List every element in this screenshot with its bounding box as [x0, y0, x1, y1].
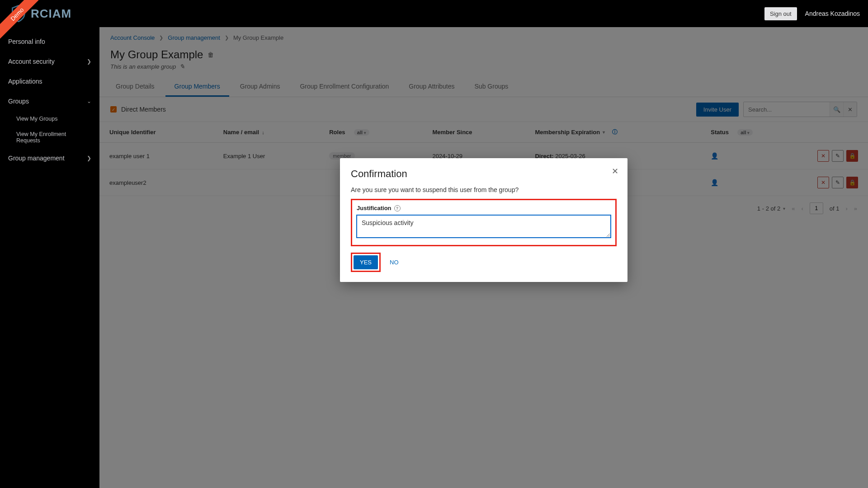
chevron-right-icon: ❯	[87, 155, 91, 161]
justification-label: Justification ?	[357, 205, 611, 211]
sidebar-sublabel: View My Enrollment Requests	[16, 131, 66, 144]
sign-out-button[interactable]: Sign out	[764, 7, 797, 20]
justification-input[interactable]	[357, 215, 611, 238]
modal-message: Are you sure you want to suspend this us…	[351, 186, 617, 193]
yes-highlight: YES	[351, 253, 381, 272]
justification-label-text: Justification	[357, 205, 392, 211]
confirmation-modal: ✕ Confirmation Are you sure you want to …	[340, 158, 627, 282]
modal-close-button[interactable]: ✕	[612, 166, 618, 176]
sidebar-item-groups[interactable]: Groups⌄	[0, 91, 99, 111]
chevron-right-icon: ❯	[87, 58, 91, 65]
chevron-down-icon: ⌄	[87, 98, 91, 104]
sidebar-item-group-management[interactable]: Group management❯	[0, 148, 99, 168]
justification-highlight: Justification ?	[351, 199, 617, 246]
sidebar-subitem-view-enrollment-requests[interactable]: View My Enrollment Requests	[0, 127, 99, 148]
sidebar: Personal info Account security❯ Applicat…	[0, 27, 99, 488]
confirm-yes-button[interactable]: YES	[354, 255, 378, 269]
main-area: Account Console ❯ Group management ❯ My …	[99, 27, 868, 488]
sidebar-label: Personal info	[8, 38, 45, 45]
sidebar-label: Groups	[8, 98, 29, 105]
modal-title: Confirmation	[351, 168, 617, 180]
sidebar-item-applications[interactable]: Applications	[0, 71, 99, 91]
current-user-name[interactable]: Andreas Kozadinos	[805, 10, 860, 17]
sidebar-label: Group management	[8, 155, 65, 162]
sidebar-item-account-security[interactable]: Account security❯	[0, 52, 99, 71]
sidebar-subitem-view-my-groups[interactable]: View My Groups	[0, 111, 99, 127]
info-icon[interactable]: ?	[394, 205, 401, 211]
modal-scrim[interactable]: ✕ Confirmation Are you sure you want to …	[99, 27, 868, 488]
sidebar-label: Account security	[8, 58, 55, 65]
close-icon: ✕	[612, 167, 618, 176]
sidebar-label: Applications	[8, 78, 42, 85]
brand-text: RCIAM	[31, 7, 71, 21]
sidebar-sublabel: View My Groups	[16, 116, 57, 122]
confirm-no-button[interactable]: NO	[387, 255, 401, 269]
top-bar: Demo RCIAM Sign out Andreas Kozadinos	[0, 0, 868, 27]
sidebar-item-personal-info[interactable]: Personal info	[0, 32, 99, 52]
